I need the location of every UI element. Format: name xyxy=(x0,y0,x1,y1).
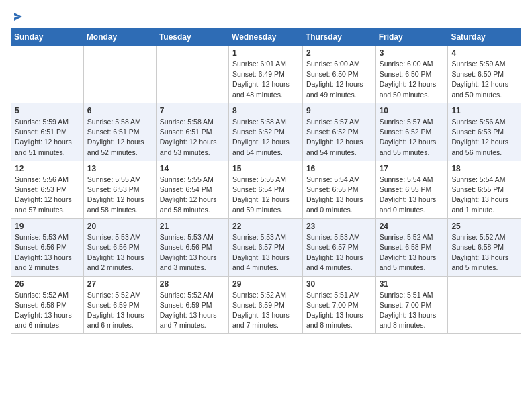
day-number: 10 xyxy=(380,106,445,116)
weekday-header-saturday: Saturday xyxy=(448,29,521,46)
day-info: Sunrise: 5:53 AM Sunset: 6:56 PM Dayligh… xyxy=(87,232,152,273)
logo-icon xyxy=(12,11,24,23)
day-number: 8 xyxy=(232,106,299,116)
day-info: Sunrise: 5:52 AM Sunset: 6:58 PM Dayligh… xyxy=(451,232,517,273)
day-number: 4 xyxy=(451,48,517,58)
day-number: 27 xyxy=(87,279,152,289)
day-cell: 21Sunrise: 5:53 AM Sunset: 6:56 PM Dayli… xyxy=(156,218,228,276)
day-info: Sunrise: 5:56 AM Sunset: 6:53 PM Dayligh… xyxy=(451,117,517,158)
day-number: 21 xyxy=(160,222,225,231)
week-row-2: 5Sunrise: 5:59 AM Sunset: 6:51 PM Daylig… xyxy=(11,103,521,161)
week-row-3: 12Sunrise: 5:56 AM Sunset: 6:53 PM Dayli… xyxy=(11,161,521,218)
weekday-header-row: SundayMondayTuesdayWednesdayThursdayFrid… xyxy=(11,29,521,46)
calendar-table: SundayMondayTuesdayWednesdayThursdayFrid… xyxy=(11,28,521,334)
day-number: 9 xyxy=(306,106,372,116)
day-number: 11 xyxy=(451,106,517,116)
day-cell: 5Sunrise: 5:59 AM Sunset: 6:51 PM Daylig… xyxy=(11,103,84,161)
day-number: 12 xyxy=(15,164,80,173)
day-cell: 31Sunrise: 5:51 AM Sunset: 7:00 PM Dayli… xyxy=(375,276,448,334)
day-info: Sunrise: 5:53 AM Sunset: 6:56 PM Dayligh… xyxy=(160,232,225,273)
day-info: Sunrise: 5:58 AM Sunset: 6:51 PM Dayligh… xyxy=(160,117,225,158)
day-cell: 2Sunrise: 6:00 AM Sunset: 6:50 PM Daylig… xyxy=(302,46,375,103)
day-cell: 11Sunrise: 5:56 AM Sunset: 6:53 PM Dayli… xyxy=(448,103,521,161)
day-info: Sunrise: 5:56 AM Sunset: 6:53 PM Dayligh… xyxy=(15,175,80,216)
day-cell xyxy=(448,276,521,334)
weekday-header-tuesday: Tuesday xyxy=(156,29,228,46)
day-info: Sunrise: 5:58 AM Sunset: 6:52 PM Dayligh… xyxy=(232,117,299,158)
day-number: 15 xyxy=(232,164,299,173)
day-info: Sunrise: 5:52 AM Sunset: 6:59 PM Dayligh… xyxy=(160,290,225,331)
day-number: 13 xyxy=(87,164,152,173)
page: SundayMondayTuesdayWednesdayThursdayFrid… xyxy=(0,0,532,345)
day-cell: 14Sunrise: 5:55 AM Sunset: 6:54 PM Dayli… xyxy=(156,161,228,218)
day-cell xyxy=(83,46,156,103)
day-number: 23 xyxy=(306,222,372,231)
day-number: 6 xyxy=(87,106,152,116)
day-cell: 9Sunrise: 5:57 AM Sunset: 6:52 PM Daylig… xyxy=(302,103,375,161)
day-number: 5 xyxy=(15,106,80,116)
day-cell: 15Sunrise: 5:55 AM Sunset: 6:54 PM Dayli… xyxy=(229,161,303,218)
svg-marker-0 xyxy=(14,13,22,21)
day-cell: 25Sunrise: 5:52 AM Sunset: 6:58 PM Dayli… xyxy=(448,218,521,276)
day-cell: 8Sunrise: 5:58 AM Sunset: 6:52 PM Daylig… xyxy=(229,103,303,161)
day-cell xyxy=(11,46,84,103)
day-info: Sunrise: 5:53 AM Sunset: 6:57 PM Dayligh… xyxy=(306,232,372,273)
day-info: Sunrise: 5:59 AM Sunset: 6:51 PM Dayligh… xyxy=(15,117,80,158)
day-cell: 30Sunrise: 5:51 AM Sunset: 7:00 PM Dayli… xyxy=(302,276,375,334)
day-cell: 29Sunrise: 5:52 AM Sunset: 6:59 PM Dayli… xyxy=(229,276,303,334)
day-cell: 4Sunrise: 5:59 AM Sunset: 6:50 PM Daylig… xyxy=(448,46,521,103)
day-cell: 1Sunrise: 6:01 AM Sunset: 6:49 PM Daylig… xyxy=(229,46,303,103)
day-info: Sunrise: 5:58 AM Sunset: 6:51 PM Dayligh… xyxy=(87,117,152,158)
day-info: Sunrise: 5:59 AM Sunset: 6:50 PM Dayligh… xyxy=(451,59,517,100)
day-number: 20 xyxy=(87,222,152,231)
day-cell: 7Sunrise: 5:58 AM Sunset: 6:51 PM Daylig… xyxy=(156,103,228,161)
day-number: 28 xyxy=(160,279,225,289)
day-info: Sunrise: 5:52 AM Sunset: 6:58 PM Dayligh… xyxy=(380,232,445,273)
day-number: 1 xyxy=(232,48,299,58)
day-number: 18 xyxy=(451,164,517,173)
day-cell: 13Sunrise: 5:55 AM Sunset: 6:53 PM Dayli… xyxy=(83,161,156,218)
day-number: 31 xyxy=(380,279,445,289)
day-cell: 24Sunrise: 5:52 AM Sunset: 6:58 PM Dayli… xyxy=(375,218,448,276)
header xyxy=(11,11,521,21)
logo xyxy=(11,11,24,21)
day-cell: 19Sunrise: 5:53 AM Sunset: 6:56 PM Dayli… xyxy=(11,218,84,276)
day-cell: 18Sunrise: 5:54 AM Sunset: 6:55 PM Dayli… xyxy=(448,161,521,218)
day-number: 2 xyxy=(306,48,372,58)
day-cell: 26Sunrise: 5:52 AM Sunset: 6:58 PM Dayli… xyxy=(11,276,84,334)
day-info: Sunrise: 5:52 AM Sunset: 6:58 PM Dayligh… xyxy=(15,290,80,331)
day-cell xyxy=(156,46,228,103)
day-info: Sunrise: 5:55 AM Sunset: 6:54 PM Dayligh… xyxy=(160,175,225,216)
day-cell: 23Sunrise: 5:53 AM Sunset: 6:57 PM Dayli… xyxy=(302,218,375,276)
day-info: Sunrise: 6:01 AM Sunset: 6:49 PM Dayligh… xyxy=(232,59,299,100)
day-number: 7 xyxy=(160,106,225,116)
day-number: 19 xyxy=(15,222,80,231)
day-info: Sunrise: 5:54 AM Sunset: 6:55 PM Dayligh… xyxy=(380,175,445,216)
week-row-5: 26Sunrise: 5:52 AM Sunset: 6:58 PM Dayli… xyxy=(11,276,521,334)
day-info: Sunrise: 5:55 AM Sunset: 6:53 PM Dayligh… xyxy=(87,175,152,216)
day-cell: 20Sunrise: 5:53 AM Sunset: 6:56 PM Dayli… xyxy=(83,218,156,276)
day-info: Sunrise: 5:55 AM Sunset: 6:54 PM Dayligh… xyxy=(232,175,299,216)
day-number: 22 xyxy=(232,222,299,231)
day-info: Sunrise: 5:54 AM Sunset: 6:55 PM Dayligh… xyxy=(451,175,517,216)
day-cell: 10Sunrise: 5:57 AM Sunset: 6:52 PM Dayli… xyxy=(375,103,448,161)
weekday-header-sunday: Sunday xyxy=(11,29,84,46)
weekday-header-monday: Monday xyxy=(83,29,156,46)
week-row-1: 1Sunrise: 6:01 AM Sunset: 6:49 PM Daylig… xyxy=(11,46,521,103)
weekday-header-thursday: Thursday xyxy=(302,29,375,46)
day-number: 3 xyxy=(380,48,445,58)
day-cell: 16Sunrise: 5:54 AM Sunset: 6:55 PM Dayli… xyxy=(302,161,375,218)
day-number: 24 xyxy=(380,222,445,231)
day-number: 16 xyxy=(306,164,372,173)
day-cell: 28Sunrise: 5:52 AM Sunset: 6:59 PM Dayli… xyxy=(156,276,228,334)
day-number: 25 xyxy=(451,222,517,231)
day-cell: 22Sunrise: 5:53 AM Sunset: 6:57 PM Dayli… xyxy=(229,218,303,276)
day-cell: 6Sunrise: 5:58 AM Sunset: 6:51 PM Daylig… xyxy=(83,103,156,161)
day-info: Sunrise: 6:00 AM Sunset: 6:50 PM Dayligh… xyxy=(306,59,372,100)
day-number: 26 xyxy=(15,279,80,289)
day-info: Sunrise: 5:53 AM Sunset: 6:56 PM Dayligh… xyxy=(15,232,80,273)
week-row-4: 19Sunrise: 5:53 AM Sunset: 6:56 PM Dayli… xyxy=(11,218,521,276)
day-cell: 27Sunrise: 5:52 AM Sunset: 6:59 PM Dayli… xyxy=(83,276,156,334)
day-info: Sunrise: 6:00 AM Sunset: 6:50 PM Dayligh… xyxy=(380,59,445,100)
day-number: 14 xyxy=(160,164,225,173)
